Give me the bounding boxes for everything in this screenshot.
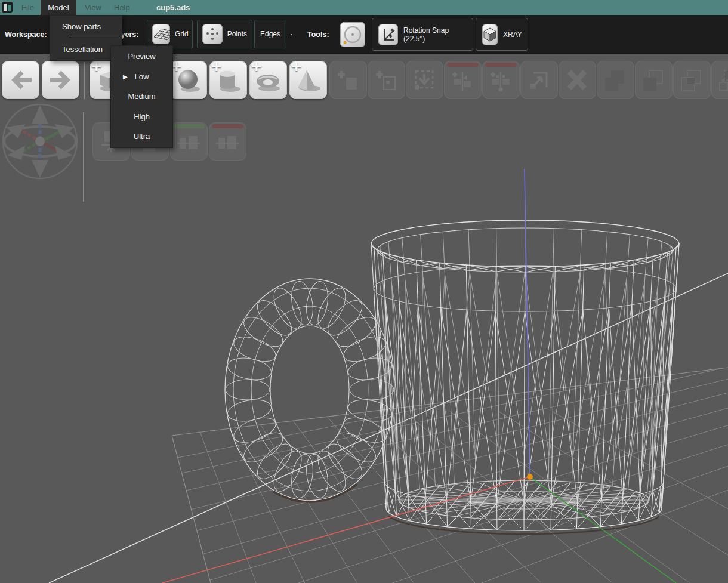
gizmo-cone-left-up[interactable] <box>6 124 25 138</box>
document-title: cup5.ads <box>156 0 190 15</box>
app-logo-icon <box>2 2 13 13</box>
rotation-snap-button[interactable]: Rotation Snap (22.5°) <box>372 18 473 51</box>
plus-badge: + <box>251 56 262 76</box>
points-button-label: Points <box>227 30 247 38</box>
gizmo-cone-left-down[interactable] <box>7 146 25 160</box>
rotation-dial-button[interactable] <box>340 22 365 47</box>
orientation-gizmo[interactable] <box>0 101 84 185</box>
origin-point <box>527 474 533 480</box>
toolbar-dot-separator <box>291 34 292 35</box>
selected-marker-icon: ▶ <box>123 67 128 87</box>
edges-button-label: Edges <box>260 30 280 38</box>
workspace-label: Workspace: <box>5 15 47 54</box>
dial-icon <box>340 22 365 47</box>
submenu-item-preview[interactable]: Preview <box>111 47 172 67</box>
menu-help[interactable]: Help <box>114 0 130 15</box>
menu-model[interactable]: Model <box>41 0 76 15</box>
menu-view[interactable]: View <box>85 0 101 15</box>
grid-icon <box>152 24 170 44</box>
layer-grid-button[interactable]: Grid <box>147 20 193 48</box>
rotation-snap-label: Rotation Snap (22.5°) <box>403 26 467 43</box>
layer-points-button[interactable]: Points <box>197 20 252 48</box>
plus-badge: + <box>211 56 222 76</box>
viewport-3d[interactable] <box>0 0 728 583</box>
gizmo-cone-down[interactable] <box>32 160 48 178</box>
xray-cube-icon <box>482 24 498 45</box>
submenu-item-low[interactable]: ▶ Low <box>111 67 172 87</box>
menu-item-show-parts[interactable]: Show parts <box>50 16 122 38</box>
points-icon <box>202 24 223 44</box>
xray-button[interactable]: XRAY <box>476 18 528 51</box>
menu-file[interactable]: File <box>21 0 34 15</box>
plus-badge: + <box>291 56 302 76</box>
submenu-item-high[interactable]: High <box>111 107 172 127</box>
gizmo-cone-right-down[interactable] <box>55 146 73 160</box>
gizmo-center[interactable] <box>35 137 45 146</box>
rotation-snap-icon <box>378 24 398 45</box>
submenu-item-ultra[interactable]: Ultra <box>111 127 172 147</box>
menu-bar: File Model View Help cup5.ads <box>0 0 728 15</box>
layer-edges-button[interactable]: Edges <box>254 20 286 48</box>
grid-button-label: Grid <box>175 30 189 38</box>
submenu-item-medium[interactable]: Medium <box>111 87 172 107</box>
application-window: + + + + + <box>0 0 728 583</box>
tools-label: Tools: <box>307 15 329 54</box>
gizmo-cone-up[interactable] <box>32 105 48 124</box>
tessellation-submenu: Preview ▶ Low Medium High Ultra <box>110 45 173 148</box>
xray-button-label: XRAY <box>503 30 522 39</box>
